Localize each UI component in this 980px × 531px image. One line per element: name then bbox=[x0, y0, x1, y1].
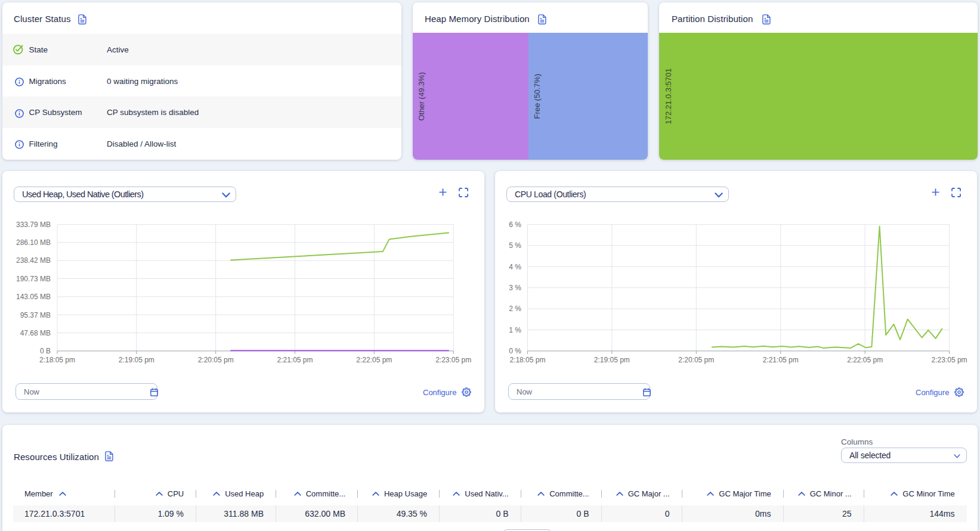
svg-text:143.05 MB: 143.05 MB bbox=[16, 293, 51, 301]
svg-text:2:19:05 pm: 2:19:05 pm bbox=[119, 356, 154, 364]
svg-text:238.42 MB: 238.42 MB bbox=[16, 256, 51, 265]
svg-text:95.37 MB: 95.37 MB bbox=[20, 311, 51, 319]
svg-text:2:21:05 pm: 2:21:05 pm bbox=[277, 356, 313, 364]
svg-text:0 B: 0 B bbox=[40, 347, 51, 355]
svg-text:47.68 MB: 47.68 MB bbox=[20, 329, 51, 337]
svg-text:5 %: 5 % bbox=[509, 241, 521, 250]
svg-text:2:20:05 pm: 2:20:05 pm bbox=[198, 356, 234, 364]
svg-text:2:18:05 pm: 2:18:05 pm bbox=[39, 356, 75, 364]
svg-text:2:18:05 pm: 2:18:05 pm bbox=[509, 356, 545, 364]
svg-text:1 %: 1 % bbox=[509, 326, 521, 334]
svg-text:4 %: 4 % bbox=[509, 263, 521, 271]
svg-text:2:22:05 pm: 2:22:05 pm bbox=[847, 356, 883, 364]
svg-text:286.10 MB: 286.10 MB bbox=[16, 238, 51, 247]
svg-text:6 %: 6 % bbox=[509, 221, 521, 229]
svg-text:2:23:05 pm: 2:23:05 pm bbox=[932, 356, 967, 364]
svg-text:2:23:05 pm: 2:23:05 pm bbox=[435, 356, 471, 364]
svg-text:333.79 MB: 333.79 MB bbox=[16, 221, 51, 229]
svg-text:0 %: 0 % bbox=[509, 347, 521, 355]
svg-text:2:21:05 pm: 2:21:05 pm bbox=[763, 356, 799, 364]
svg-text:2:19:05 pm: 2:19:05 pm bbox=[594, 356, 630, 364]
svg-text:3 %: 3 % bbox=[509, 284, 521, 292]
svg-text:190.73 MB: 190.73 MB bbox=[16, 275, 51, 283]
svg-text:2 %: 2 % bbox=[509, 305, 521, 313]
svg-text:2:20:05 pm: 2:20:05 pm bbox=[678, 356, 714, 364]
svg-text:2:22:05 pm: 2:22:05 pm bbox=[356, 356, 392, 364]
